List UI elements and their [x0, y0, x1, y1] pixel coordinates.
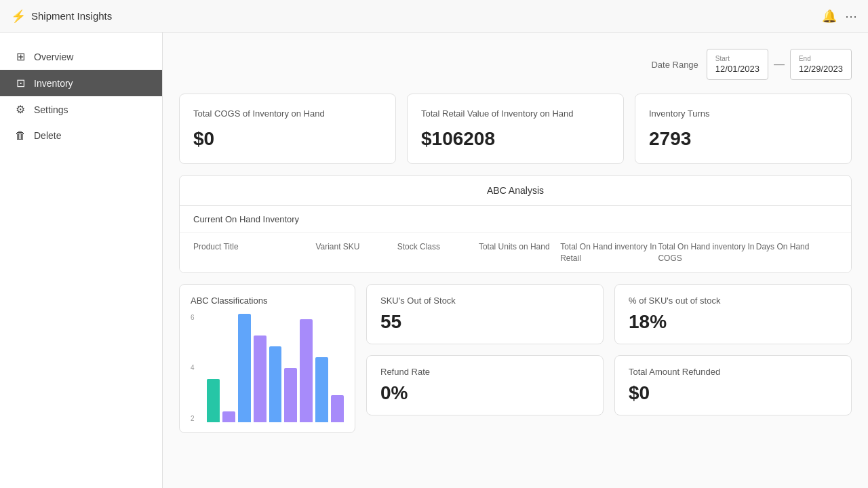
total-refunded-value: $0: [629, 382, 837, 404]
topbar: ⚡ Shipment Insights 🔔 ⋯: [0, 0, 868, 33]
sidebar: ⊞ Overview ⊡ Inventory ⚙ Settings 🗑 Dele…: [0, 33, 163, 488]
y-axis: 6 4 2: [191, 314, 195, 422]
card-refund-rate: Refund Rate 0%: [366, 355, 604, 415]
sidebar-item-settings[interactable]: ⚙ Settings: [0, 96, 162, 123]
date-range-container: Date Range Start 12/01/2023 — End 12/29/…: [179, 49, 852, 80]
bar-group: [207, 379, 220, 422]
pct-skus-value: 18%: [629, 311, 837, 333]
col-on-hand-retail: Total On Hand inventory In Retail: [560, 241, 658, 264]
bottom-right: SKU's Out of Stock 55 % of SKU's out of …: [366, 284, 852, 433]
date-separator: —: [774, 58, 785, 70]
more-options-icon[interactable]: ⋯: [845, 9, 857, 24]
notification-icon[interactable]: 🔔: [822, 9, 837, 24]
abc-classifications-card: ABC Classifications 6 4 2: [179, 284, 355, 433]
settings-icon: ⚙: [14, 103, 27, 116]
col-stock-class: Stock Class: [397, 241, 479, 264]
start-value: 12/01/2023: [715, 64, 760, 74]
date-start-field[interactable]: Start 12/01/2023: [707, 49, 768, 80]
date-end-field[interactable]: End 12/29/2023: [790, 49, 852, 80]
chart-bar: [300, 319, 313, 422]
card-cogs-title: Total COGS of Inventory on Hand: [193, 108, 382, 120]
skus-oos-value: 55: [380, 311, 589, 333]
chart-bar: [284, 368, 297, 422]
bottom-right-top: SKU's Out of Stock 55 % of SKU's out of …: [366, 284, 852, 344]
col-days-on-hand: Days On Hand: [756, 241, 837, 264]
chart-bar: [238, 314, 251, 422]
chart-bar: [254, 336, 267, 422]
bar-group: [331, 395, 344, 422]
card-total-refunded: Total Amount Refunded $0: [614, 355, 852, 415]
y-label-2: 2: [191, 415, 195, 422]
bar-group: [238, 314, 251, 422]
abc-table-header: Product Title Variant SKU Stock Class To…: [180, 233, 851, 272]
main-content: Date Range Start 12/01/2023 — End 12/29/…: [163, 33, 868, 488]
card-pct-skus-out: % of SKU's out of stock 18%: [614, 284, 852, 344]
delete-icon: 🗑: [14, 129, 27, 142]
card-skus-out-of-stock: SKU's Out of Stock 55: [366, 284, 604, 344]
bar-group: [222, 411, 235, 422]
abc-section-header: ABC Analysis: [180, 176, 851, 206]
card-retail-title: Total Retail Value of Inventory on Hand: [421, 108, 610, 120]
bottom-right-bottom: Refund Rate 0% Total Amount Refunded $0: [366, 355, 852, 415]
sidebar-item-delete[interactable]: 🗑 Delete: [0, 123, 162, 148]
pct-skus-title: % of SKU's out of stock: [629, 296, 837, 306]
bar-group: [269, 346, 282, 422]
abc-section-subtitle: Current On Hand Inventory: [180, 206, 851, 233]
sidebar-label-settings: Settings: [34, 104, 68, 115]
chart-bar: [315, 357, 328, 422]
topbar-right: 🔔 ⋯: [822, 9, 857, 24]
layout: ⊞ Overview ⊡ Inventory ⚙ Settings 🗑 Dele…: [0, 33, 868, 488]
end-value: 12/29/2023: [799, 64, 843, 74]
end-label: End: [799, 55, 843, 62]
app-title: Shipment Insights: [31, 10, 112, 22]
refund-rate-value: 0%: [380, 382, 589, 404]
chart-bar: [269, 346, 282, 422]
topbar-left: ⚡ Shipment Insights: [11, 9, 112, 24]
date-range-label: Date Range: [651, 60, 698, 70]
app-logo-icon: ⚡: [11, 9, 26, 24]
card-total-retail: Total Retail Value of Inventory on Hand …: [407, 94, 624, 164]
chart-title: ABC Classifications: [191, 296, 344, 306]
bar-group: [254, 336, 267, 422]
total-refunded-title: Total Amount Refunded: [629, 367, 837, 377]
top-cards-row: Total COGS of Inventory on Hand $0 Total…: [179, 94, 852, 164]
y-label-6: 6: [191, 314, 195, 321]
start-label: Start: [715, 55, 760, 62]
inventory-icon: ⊡: [14, 77, 27, 89]
chart-bar: [222, 411, 235, 422]
card-turns-title: Inventory Turns: [649, 108, 837, 120]
bar-group: [300, 319, 313, 422]
card-turns-value: 2793: [649, 128, 837, 150]
card-retail-value: $106208: [421, 128, 610, 150]
sidebar-item-overview[interactable]: ⊞ Overview: [0, 43, 162, 70]
col-on-hand-cogs: Total On Hand inventory In COGS: [658, 241, 755, 264]
chart-bar: [207, 379, 220, 422]
card-cogs-value: $0: [193, 128, 382, 150]
bar-group: [284, 368, 297, 422]
sidebar-label-overview: Overview: [34, 52, 73, 62]
chart-bar: [331, 395, 344, 422]
y-label-4: 4: [191, 364, 195, 371]
col-variant-sku: Variant SKU: [315, 241, 397, 264]
sidebar-label-inventory: Inventory: [34, 78, 73, 89]
abc-analysis-panel: ABC Analysis Current On Hand Inventory P…: [179, 175, 852, 273]
overview-icon: ⊞: [14, 50, 27, 63]
card-total-cogs: Total COGS of Inventory on Hand $0: [179, 94, 396, 164]
sidebar-item-inventory[interactable]: ⊡ Inventory: [0, 70, 162, 96]
refund-rate-title: Refund Rate: [380, 367, 589, 377]
col-product-title: Product Title: [193, 241, 315, 264]
skus-oos-title: SKU's Out of Stock: [380, 296, 589, 306]
sidebar-label-delete: Delete: [34, 130, 61, 141]
card-inventory-turns: Inventory Turns 2793: [635, 94, 852, 164]
col-total-units: Total Units on Hand: [479, 241, 560, 264]
bar-group: [315, 357, 328, 422]
chart-area: 6 4 2: [191, 314, 344, 422]
bottom-row: ABC Classifications 6 4 2 SKU's Out of S…: [179, 284, 852, 433]
